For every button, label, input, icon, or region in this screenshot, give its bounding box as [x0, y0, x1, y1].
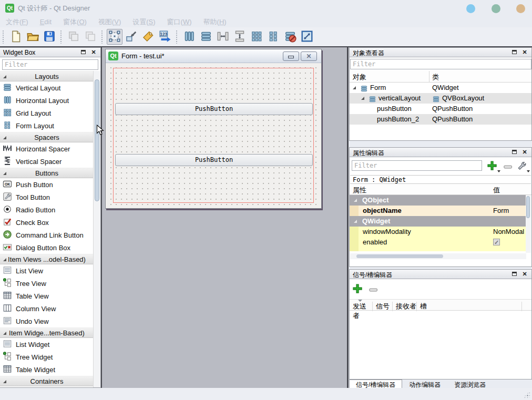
edit-signals-slots-button[interactable]: [124, 29, 139, 45]
property-filter-input[interactable]: [352, 160, 482, 171]
remove-connection-button[interactable]: [367, 283, 380, 295]
property-value[interactable]: ✓: [493, 238, 527, 246]
property-editor-hscrollbar[interactable]: [350, 253, 526, 259]
widget-radio-button[interactable]: Radio Button: [0, 203, 94, 216]
form-close-button[interactable]: ✕: [301, 52, 317, 61]
push-button-widget-2[interactable]: PushButton: [115, 154, 313, 166]
property-row-objectname[interactable]: objectNameForm: [350, 206, 527, 216]
configure-property-editor-button[interactable]: [516, 160, 528, 172]
new-form-button[interactable]: [8, 29, 24, 45]
object-inspector-filter-input[interactable]: [350, 59, 531, 69]
float-panel-icon[interactable]: [510, 271, 518, 278]
layout-horizontal-splitter-button[interactable]: [215, 29, 231, 45]
squares-1-button[interactable]: [66, 29, 81, 45]
object-row-pushbutton[interactable]: pushButtonQPushButton: [350, 104, 531, 114]
expander-icon[interactable]: [353, 86, 356, 89]
widget-command-link-button[interactable]: Command Link Button: [0, 229, 94, 241]
break-layout-button[interactable]: [282, 29, 298, 45]
menu-h[interactable]: 帮助(H): [198, 16, 232, 27]
form-window-titlebar[interactable]: Qt Form - test.ui* ✕: [106, 49, 321, 63]
connections-column-0[interactable]: 发送者: [350, 302, 373, 311]
widget-vertical-spacer[interactable]: Vertical Spacer: [0, 155, 94, 168]
toolbar-drag-handle[interactable]: [60, 30, 63, 44]
open-form-button[interactable]: [25, 29, 40, 45]
widget-tree-widget[interactable]: Tree Widget: [0, 351, 94, 363]
object-row-form[interactable]: FormQWidget: [350, 83, 531, 93]
menu-o[interactable]: 窗体(O): [57, 16, 93, 27]
form-canvas[interactable]: PushButton PushButton: [106, 63, 321, 208]
menu-w[interactable]: 窗口(W): [161, 16, 198, 27]
layout-vertically-button[interactable]: [198, 29, 214, 45]
float-panel-icon[interactable]: [79, 49, 87, 56]
property-editor-vscrollbar[interactable]: [526, 195, 531, 253]
property-group-qobject[interactable]: QObject: [350, 195, 527, 206]
toolbar-drag-handle[interactable]: [101, 30, 104, 44]
toolbar-drag-handle[interactable]: [2, 30, 5, 44]
widget-table-view[interactable]: Table View: [0, 290, 94, 302]
connections-column-1[interactable]: 信号: [373, 302, 393, 311]
connections-table-header[interactable]: 发送者信号接收者槽: [350, 299, 531, 311]
object-inspector-header[interactable]: 对象 类: [350, 71, 531, 83]
remove-dynamic-property-button[interactable]: [502, 160, 515, 172]
menu-v[interactable]: 视图(V): [93, 16, 127, 27]
float-panel-icon[interactable]: [510, 149, 518, 156]
column-value[interactable]: 值: [493, 186, 500, 195]
resize-grip[interactable]: [523, 391, 530, 398]
layout-grid-button[interactable]: [249, 29, 264, 45]
widget-check-box[interactable]: Check Box: [0, 216, 94, 229]
widget-box-filter-input[interactable]: [2, 59, 98, 70]
edit-widgets-button[interactable]: [107, 29, 122, 45]
connections-column-2[interactable]: 接收者: [393, 302, 417, 311]
form-editor-window[interactable]: Qt Form - test.ui* ✕ PushButton PushButt…: [105, 49, 322, 209]
widget-horizontal-layout[interactable]: Horizontal Layout: [0, 94, 94, 107]
widget-box-category-spacers[interactable]: Spacers: [0, 132, 94, 142]
menu-f[interactable]: 文件(F): [0, 16, 34, 27]
column-property[interactable]: 属性: [353, 186, 366, 195]
widget-box-category-buttons[interactable]: Buttons: [0, 168, 94, 178]
column-object[interactable]: 对象: [353, 73, 366, 82]
widget-box-category-containers[interactable]: Containers: [0, 376, 94, 386]
right-dock-splitter[interactable]: [347, 47, 349, 388]
close-panel-icon[interactable]: ✕: [90, 49, 97, 56]
float-panel-icon[interactable]: [510, 49, 518, 56]
widget-list-view[interactable]: List View: [0, 264, 94, 277]
widget-list-widget[interactable]: List Widget: [0, 338, 94, 351]
widget-box-scrollbar[interactable]: [93, 71, 100, 387]
property-row-windowmodality[interactable]: windowModalityNonModal: [350, 227, 527, 237]
squares-2-button[interactable]: [83, 29, 98, 45]
property-value[interactable]: NonModal: [493, 228, 527, 235]
widget-column-view[interactable]: Column View: [0, 302, 94, 315]
window-dot-blue[interactable]: [466, 4, 475, 13]
widget-dialog-button-box[interactable]: Dialog Button Box: [0, 241, 94, 254]
widget-tree-view[interactable]: Tree View: [0, 277, 94, 290]
edit-buddies-button[interactable]: [140, 29, 156, 45]
adjust-size-button[interactable]: [299, 29, 315, 45]
push-button-widget-1[interactable]: PushButton: [115, 103, 313, 115]
form-minimize-button[interactable]: [283, 52, 299, 61]
widget-box-category-itemwidgetembased[interactable]: Item Widge...tem-Based): [0, 327, 94, 338]
layout-horizontally-button[interactable]: [181, 29, 197, 45]
menu-s[interactable]: 设置(S): [127, 16, 161, 27]
widget-vertical-layout[interactable]: Vertical Layout: [0, 81, 94, 94]
widget-group-box[interactable]: Group Box: [0, 386, 94, 387]
add-connection-button[interactable]: [352, 283, 364, 295]
widget-box-category-itemviewsodelbased[interactable]: Item Views ...odel-Based): [0, 254, 94, 264]
close-panel-icon[interactable]: ✕: [521, 271, 528, 278]
layout-form-button[interactable]: [265, 29, 281, 45]
expander-icon[interactable]: [361, 97, 364, 100]
window-dot-green[interactable]: [492, 4, 500, 13]
edit-tab-order-button[interactable]: 123: [157, 29, 173, 45]
add-dynamic-property-button[interactable]: [486, 160, 499, 172]
widget-horizontal-spacer[interactable]: Horizontal Spacer: [0, 142, 94, 155]
widget-grid-layout[interactable]: Grid Layout: [0, 107, 94, 119]
widget-undo-view[interactable]: Undo View: [0, 315, 94, 327]
property-group-qwidget[interactable]: QWidget: [350, 216, 527, 227]
column-class[interactable]: 类: [432, 73, 439, 82]
close-panel-icon[interactable]: ✕: [521, 149, 528, 156]
window-dot-tan[interactable]: [516, 4, 525, 13]
widget-table-widget[interactable]: Table Widget: [0, 363, 94, 376]
layout-vertical-splitter-button[interactable]: [232, 29, 248, 45]
widget-box-category-layouts[interactable]: Layouts: [0, 71, 94, 81]
menu-edit[interactable]: Edit: [34, 16, 57, 28]
checkbox-checked-icon[interactable]: ✓: [493, 239, 500, 245]
